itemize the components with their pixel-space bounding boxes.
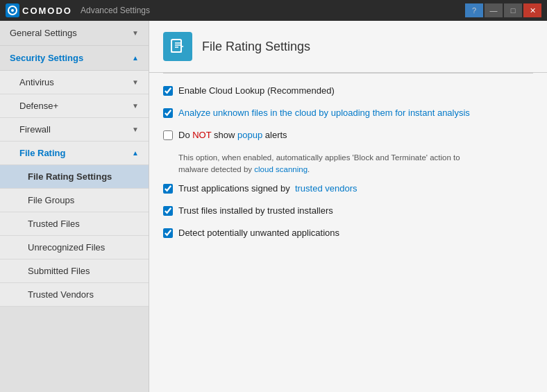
minimize-button[interactable]: — <box>485 3 503 17</box>
sidebar-item-antivirus[interactable]: Antivirus ▼ <box>0 71 149 94</box>
label-detect-pua: Detect potentially unwanted applications <box>178 227 339 239</box>
titlebar-subtitle: Advanced Settings <box>81 6 150 15</box>
checkbox-trust-installed[interactable] <box>163 206 173 216</box>
checkbox-trust-signed[interactable] <box>163 184 173 194</box>
sidebar-label-submitted-files: Submitted Files <box>28 266 90 276</box>
sidebar-item-defense-plus[interactable]: Defense+ ▼ <box>0 94 149 118</box>
sidebar-item-firewall[interactable]: Firewall ▼ <box>0 118 149 142</box>
sidebar-item-file-rating-settings[interactable]: File Rating Settings <box>0 165 149 189</box>
svg-point-1 <box>11 9 14 12</box>
checkbox-no-popup[interactable] <box>163 130 173 140</box>
help-button[interactable]: ? <box>465 3 483 17</box>
setting-no-popup: Do NOT show popup alerts <box>163 129 533 142</box>
content-title: File Rating Settings <box>202 40 310 54</box>
chevron-right-icon: ▼ <box>132 102 139 110</box>
chevron-down-icon: ▼ <box>132 29 139 37</box>
checkbox-cloud-lookup[interactable] <box>163 86 173 96</box>
sidebar-item-submitted-files[interactable]: Submitted Files <box>0 259 149 283</box>
chevron-up-icon: ▲ <box>132 54 139 62</box>
sidebar-label-trusted-files: Trusted Files <box>28 219 80 229</box>
popup-link[interactable]: popup <box>237 130 262 140</box>
setting-trust-signed: Trust applications signed by trusted ven… <box>163 182 533 195</box>
sidebar-item-general-settings[interactable]: General Settings ▼ <box>0 21 149 46</box>
label-cloud-lookup: Enable Cloud Lookup (Recommended) <box>178 85 335 97</box>
sidebar-item-file-rating[interactable]: File Rating ▲ <box>0 142 149 165</box>
sidebar-label-general-settings: General Settings <box>10 28 77 38</box>
logo-text: COMODO <box>22 6 72 16</box>
checkbox-detect-pua[interactable] <box>163 228 173 238</box>
label-trust-installed: Trust files installed by trusted install… <box>178 205 333 217</box>
titlebar: COMODO Advanced Settings ? — □ ✕ <box>0 0 547 21</box>
titlebar-controls: ? — □ ✕ <box>465 3 541 17</box>
trusted-vendors-link[interactable]: trusted vendors <box>295 183 357 194</box>
sidebar-item-file-groups[interactable]: File Groups <box>0 189 149 212</box>
sidebar-label-file-groups: File Groups <box>28 195 74 205</box>
sidebar-label-firewall: Firewall <box>19 124 51 135</box>
sidebar-item-unrecognized-files[interactable]: Unrecognized Files <box>0 236 149 259</box>
sidebar-item-trusted-files[interactable]: Trusted Files <box>0 212 149 236</box>
sidebar-label-file-rating-settings: File Rating Settings <box>28 171 112 182</box>
sidebar-label-defense-plus: Defense+ <box>19 101 58 111</box>
content-area: File Rating Settings Enable Cloud Lookup… <box>149 21 547 392</box>
chevron-up-icon: ▲ <box>132 149 139 157</box>
chevron-right-icon: ▼ <box>132 126 139 133</box>
no-popup-description: This option, when enabled, automatically… <box>178 152 533 176</box>
svg-rect-2 <box>171 40 181 52</box>
sidebar-item-security-settings[interactable]: Security Settings ▲ <box>0 46 149 71</box>
maximize-button[interactable]: □ <box>504 3 522 17</box>
main-container: General Settings ▼ Security Settings ▲ A… <box>0 21 547 392</box>
sidebar: General Settings ▼ Security Settings ▲ A… <box>0 21 149 392</box>
cloud-scanning-link[interactable]: cloud scanning <box>254 165 308 173</box>
content-header: File Rating Settings <box>149 21 547 73</box>
label-analyze-unknown: Analyze unknown files in the cloud by up… <box>178 107 470 119</box>
sidebar-label-antivirus: Antivirus <box>19 77 54 87</box>
checkbox-analyze-unknown[interactable] <box>163 108 173 118</box>
label-no-popup: Do NOT show popup alerts <box>178 129 287 142</box>
svg-marker-3 <box>180 45 184 48</box>
titlebar-left: COMODO Advanced Settings <box>6 3 150 17</box>
file-rating-icon <box>163 32 192 61</box>
setting-trust-installed: Trust files installed by trusted install… <box>163 205 533 217</box>
sidebar-item-trusted-vendors[interactable]: Trusted Vendors <box>0 283 149 307</box>
sidebar-label-trusted-vendors: Trusted Vendors <box>28 289 94 300</box>
chevron-right-icon: ▼ <box>132 78 139 86</box>
sidebar-label-unrecognized-files: Unrecognized Files <box>28 242 105 253</box>
comodo-logo-icon <box>6 3 19 17</box>
comodo-logo: COMODO <box>6 3 72 17</box>
setting-cloud-lookup: Enable Cloud Lookup (Recommended) <box>163 85 533 97</box>
close-button[interactable]: ✕ <box>523 3 541 17</box>
content-body: Enable Cloud Lookup (Recommended) Analyz… <box>149 74 547 261</box>
not-text: NOT <box>192 130 211 140</box>
setting-analyze-unknown: Analyze unknown files in the cloud by up… <box>163 107 533 119</box>
files-link[interactable]: files <box>252 108 268 118</box>
setting-detect-pua: Detect potentially unwanted applications <box>163 227 533 239</box>
label-trust-signed: Trust applications signed by trusted ven… <box>178 182 357 195</box>
sidebar-label-security-settings: Security Settings <box>10 53 83 63</box>
sidebar-label-file-rating: File Rating <box>19 148 65 158</box>
